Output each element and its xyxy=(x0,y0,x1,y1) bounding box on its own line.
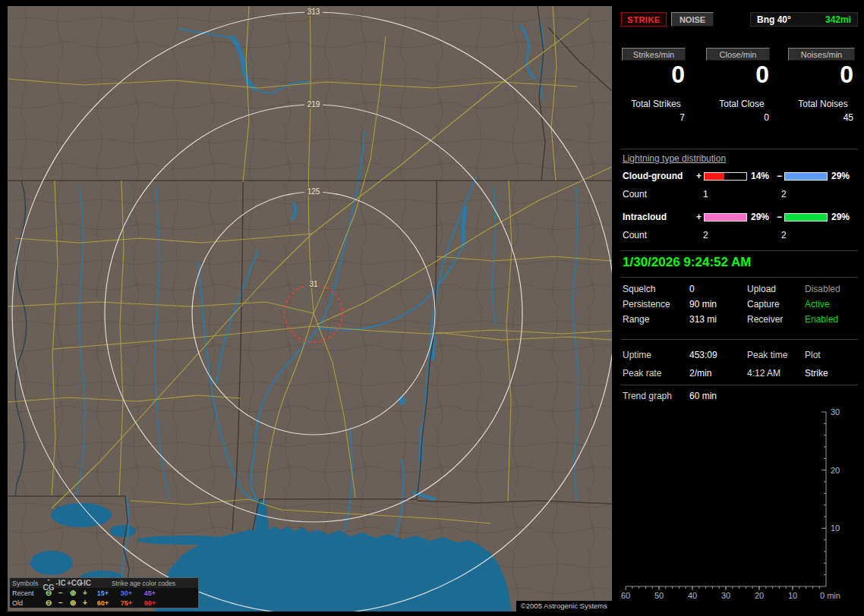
bearing-value: 342mi xyxy=(825,14,851,25)
total-strikes-label: Total Strikes xyxy=(621,99,691,109)
ring-distance-label: 219 xyxy=(307,100,320,108)
plot-value: Strike xyxy=(805,368,858,379)
age-45: 45+ xyxy=(138,589,162,597)
ic-plus-bar xyxy=(704,213,747,222)
legend-old-row: Old ⊖ − ⊕ + 60+ 75+ 90+ xyxy=(10,598,198,608)
capture-label: Capture xyxy=(747,299,805,310)
legend-col-neg-ic: -IC xyxy=(55,579,67,587)
axis-tick-label: 50 xyxy=(654,591,664,600)
plot-label: Plot xyxy=(805,350,858,360)
copyright-notice: ©2005 Astrogenic Systems xyxy=(516,601,612,611)
minus-sign: − xyxy=(775,171,784,181)
axis-tick-label: 60 xyxy=(621,591,630,600)
neg-cg-recent-icon: ⊖ xyxy=(43,589,55,597)
legend-age-title: Strike age color codes xyxy=(91,580,196,587)
strikes-per-min-button[interactable]: Strikes/min xyxy=(622,48,686,61)
total-close-label: Total Close xyxy=(707,99,777,109)
range-label: Range xyxy=(623,314,689,325)
noise-button[interactable]: NOISE xyxy=(671,12,714,27)
app-window: 31321912531 Symbols -CG -IC +CG +IC Stri… xyxy=(0,0,864,616)
axis-tick-label: 30 xyxy=(721,591,730,600)
pos-cg-old-icon: ⊕ xyxy=(67,599,79,607)
count-label: Count xyxy=(623,230,695,240)
legend-old-label: Old xyxy=(12,599,43,607)
noises-per-min-button[interactable]: Noises/min xyxy=(788,48,855,61)
map-legend: Symbols -CG -IC +CG +IC Strike age color… xyxy=(9,577,199,608)
settings-row-squelch: Squelch 0 Upload Disabled xyxy=(623,284,859,294)
ic-minus-bar xyxy=(784,213,828,222)
total-noises-value: 45 xyxy=(790,112,853,123)
total-noises-label: Total Noises xyxy=(788,99,858,109)
cg-minus-count: 2 xyxy=(774,189,852,200)
pos-cg-recent-icon: ⊕ xyxy=(67,589,79,597)
bearing-label: Bng 40° xyxy=(757,14,791,25)
divider xyxy=(621,339,858,340)
strike-button[interactable]: STRIKE xyxy=(621,12,667,27)
distribution-title: Lightning type distribution xyxy=(623,153,726,164)
info-row-1: Uptime 453:09 Peak time Plot xyxy=(623,350,859,360)
ic-minus-count: 2 xyxy=(774,230,852,240)
peak-time-value: 4:12 AM xyxy=(747,368,805,379)
receiver-label: Receiver xyxy=(747,314,805,325)
uptime-value: 453:09 xyxy=(689,350,747,360)
receiver-status: Enabled xyxy=(805,314,858,325)
divider xyxy=(621,277,858,278)
cloud-ground-row: Cloud-ground + 14% − 29% xyxy=(623,171,859,181)
trend-graph-label: Trend graph xyxy=(623,391,689,401)
age-30: 30+ xyxy=(115,589,138,597)
cg-plus-bar-fill xyxy=(705,173,724,180)
age-15: 15+ xyxy=(91,589,115,597)
axis-tick-label: 10 xyxy=(831,523,840,533)
count-label: Count xyxy=(623,189,695,200)
persistence-value: 90 min xyxy=(689,299,747,310)
legend-symbols-label: Symbols xyxy=(12,580,43,587)
legend-recent-label: Recent xyxy=(12,589,43,597)
neg-ic-recent-icon: − xyxy=(55,589,67,597)
plus-sign: + xyxy=(695,171,703,181)
total-close-value: 0 xyxy=(705,112,769,123)
age-60: 60+ xyxy=(91,599,115,607)
trend-graph-row: Trend graph 60 min xyxy=(623,391,859,401)
pos-ic-old-icon: + xyxy=(79,599,91,607)
map-canvas: 31321912531 xyxy=(8,6,612,611)
axis-tick-label: 40 xyxy=(688,591,697,600)
ring-distance-label: 313 xyxy=(307,8,320,16)
legend-header-row: Symbols -CG -IC +CG +IC Strike age color… xyxy=(10,578,198,588)
axis-tick-label: 30 xyxy=(831,407,840,416)
cg-plus-count: 1 xyxy=(695,189,774,200)
ic-minus-bar-fill xyxy=(785,214,827,221)
divider xyxy=(621,385,858,385)
pos-ic-recent-icon: + xyxy=(79,589,91,597)
neg-cg-old-icon: ⊖ xyxy=(43,599,55,607)
ring-distance-label: 125 xyxy=(307,187,320,196)
axis-tick-label: 0 min xyxy=(820,591,840,600)
upload-label: Upload xyxy=(747,284,805,294)
ic-plus-count: 2 xyxy=(695,230,774,240)
axis-tick-label: 20 xyxy=(831,466,840,475)
axis-tick-label: 20 xyxy=(755,591,764,600)
peak-rate-value: 2/min xyxy=(689,368,747,379)
squelch-value: 0 xyxy=(689,284,747,294)
peak-time-label: Peak time xyxy=(747,350,805,360)
ic-minus-pct: 29% xyxy=(830,212,856,222)
ic-plus-pct: 29% xyxy=(749,212,775,222)
intracloud-count-row: Count 2 2 xyxy=(623,230,859,240)
squelch-label: Squelch xyxy=(623,284,689,294)
cloud-ground-label: Cloud-ground xyxy=(623,171,695,181)
close-rate-value: 0 xyxy=(705,61,769,89)
ic-plus-bar-fill xyxy=(705,214,746,221)
total-strikes-value: 7 xyxy=(621,112,685,123)
close-per-min-button[interactable]: Close/min xyxy=(706,48,770,61)
ring-distance-label: 31 xyxy=(309,280,318,288)
upload-status: Disabled xyxy=(805,284,858,294)
info-row-2: Peak rate 2/min 4:12 AM Strike xyxy=(623,368,859,379)
cg-minus-pct: 29% xyxy=(830,171,856,181)
axis-tick-label: 10 xyxy=(788,591,797,600)
persistence-label: Persistence xyxy=(623,299,689,310)
minus-sign: − xyxy=(775,212,784,222)
uptime-label: Uptime xyxy=(623,350,689,360)
legend-col-pos-ic: +IC xyxy=(79,579,91,587)
peak-rate-label: Peak rate xyxy=(623,368,689,379)
divider xyxy=(621,250,858,251)
legend-recent-row: Recent ⊖ − ⊕ + 15+ 30+ 45+ xyxy=(10,588,198,598)
